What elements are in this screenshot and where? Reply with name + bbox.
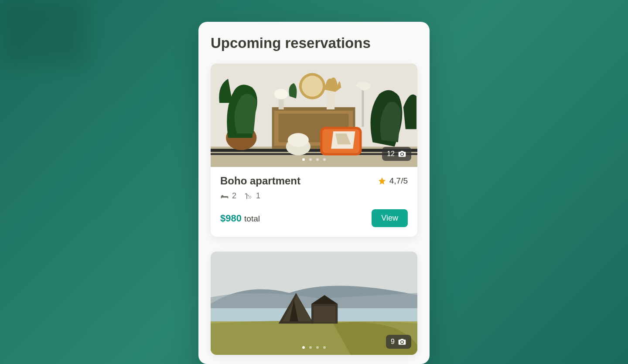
star-icon: [378, 177, 386, 185]
baths-amenity: 1: [244, 191, 260, 201]
baths-count: 1: [256, 191, 260, 201]
dot-icon[interactable]: [302, 346, 305, 349]
shower-icon: [244, 193, 253, 200]
carousel-dots[interactable]: [302, 346, 326, 349]
price-label: total: [244, 214, 260, 223]
panel-title: Upcoming reservations: [211, 35, 417, 51]
rating-value: 4,7/5: [389, 176, 408, 186]
listing-image[interactable]: 9: [211, 252, 417, 355]
svg-point-15: [274, 89, 288, 99]
price: $980 total: [220, 213, 260, 224]
reservations-panel: Upcoming reservations: [198, 22, 430, 364]
dot-icon[interactable]: [309, 346, 312, 349]
bed-icon: [220, 193, 229, 200]
carousel-dots[interactable]: [302, 158, 326, 161]
rating: 4,7/5: [378, 176, 408, 186]
photo-count: 12: [387, 150, 395, 158]
price-amount: $980: [220, 213, 242, 224]
dot-icon[interactable]: [316, 346, 319, 349]
photo-count-badge[interactable]: 9: [386, 335, 411, 349]
dot-icon[interactable]: [309, 158, 312, 161]
dot-icon[interactable]: [323, 158, 326, 161]
beds-amenity: 2: [220, 191, 236, 201]
camera-icon: [398, 150, 406, 158]
svg-rect-17: [362, 88, 364, 127]
listing-image[interactable]: 12: [211, 64, 417, 167]
listing-name: Boho apartment: [220, 175, 300, 187]
card-body: Boho apartment 4,7/5 2 1 $980: [211, 167, 417, 237]
dot-icon[interactable]: [302, 158, 305, 161]
svg-rect-22: [314, 306, 335, 323]
photo-count-badge[interactable]: 12: [382, 147, 411, 161]
dot-icon[interactable]: [323, 346, 326, 349]
beds-count: 2: [232, 191, 236, 201]
svg-rect-16: [327, 90, 334, 109]
svg-point-11: [288, 133, 309, 147]
reservation-card[interactable]: 9: [211, 252, 417, 355]
camera-icon: [398, 338, 406, 346]
view-button[interactable]: View: [372, 209, 408, 227]
svg-point-13: [302, 76, 323, 97]
photo-count: 9: [391, 338, 395, 346]
reservation-card[interactable]: 12 Boho apartment 4,7/5 2 1: [211, 64, 417, 237]
dot-icon[interactable]: [316, 158, 319, 161]
